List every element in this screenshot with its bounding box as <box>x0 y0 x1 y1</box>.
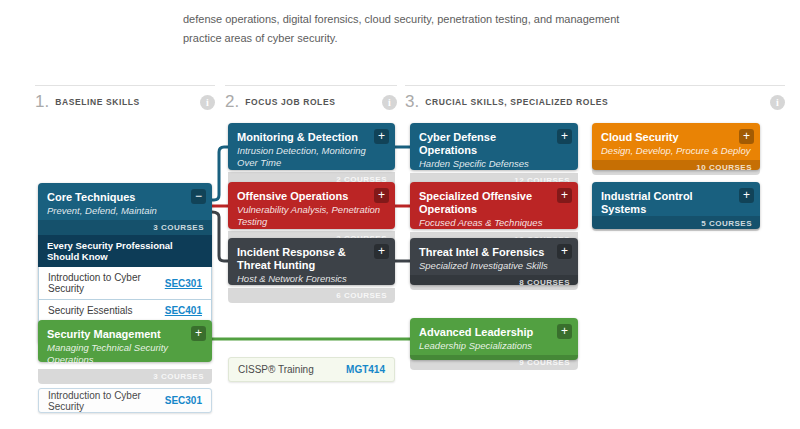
expand-icon[interactable]: + <box>557 324 572 339</box>
box-title: Industrial Control Systems <box>601 188 739 216</box>
box-title: Security Management <box>47 326 161 341</box>
box-subtitle: Design, Develop, Procure & Deploy <box>592 144 760 160</box>
box-subtitle: Intrusion Detection, Monitoring Over Tim… <box>228 144 395 172</box>
box-header: Core Techniques − <box>38 183 212 204</box>
box-advanced-leadership[interactable]: Advanced Leadership+ Leadership Speciali… <box>410 318 578 360</box>
course-code-link[interactable]: MGT414 <box>346 364 385 375</box>
box-offensive-operations[interactable]: Offensive Operations+ Vulnerability Anal… <box>228 182 395 229</box>
expand-icon[interactable]: + <box>374 188 389 203</box>
course-count-badge: 3 COURSES <box>38 369 212 384</box>
course-card-intro-cyber-security[interactable]: Introduction to Cyber Security SEC301 <box>38 388 212 413</box>
section-number: 2. <box>225 92 239 112</box>
course-name: CISSP® Training <box>238 364 314 375</box>
expand-icon[interactable]: + <box>374 129 389 144</box>
box-industrial-control-systems[interactable]: Industrial Control Systems+ 5 COURSES <box>592 182 760 229</box>
box-cloud-security[interactable]: Cloud Security+ Design, Develop, Procure… <box>592 123 760 170</box>
box-security-management[interactable]: Security Management+ Managing Technical … <box>38 320 212 362</box>
section-header-baseline-skills: 1. BASELINE SKILLS i <box>35 85 215 111</box>
box-incident-response[interactable]: Incident Response & Threat Hunting+ Host… <box>228 238 395 285</box>
box-title: Cyber Defense Operations <box>419 129 557 157</box>
box-title: Cloud Security <box>601 129 679 144</box>
box-subtitle: Harden Specific Defenses <box>410 157 578 173</box>
intro-text: defense operations, digital forensics, c… <box>183 10 633 47</box>
box-subtitle: Prevent, Defend, Maintain <box>38 204 212 220</box>
section-header-focus-job-roles: 2. FOCUS JOB ROLES i <box>225 85 397 111</box>
box-title: Specialized Offensive Operations <box>419 188 557 216</box>
banner-text: Every Security Professional Should Know <box>38 235 212 267</box>
course-count-badge: 10 COURSES <box>592 160 760 175</box>
collapse-icon[interactable]: − <box>191 189 206 204</box>
course-count-badge: 6 COURSES <box>228 288 395 303</box>
expand-icon[interactable]: + <box>557 188 572 203</box>
expand-icon[interactable]: + <box>739 188 754 203</box>
box-monitoring-detection[interactable]: Monitoring & Detection+ Intrusion Detect… <box>228 123 395 170</box>
section-label: FOCUS JOB ROLES <box>245 97 335 107</box>
box-title: Monitoring & Detection <box>237 129 358 144</box>
box-subtitle: Specialized Investigative Skills <box>410 259 578 275</box>
box-title: Offensive Operations <box>237 188 348 203</box>
section-number: 1. <box>35 92 49 112</box>
course-name: Introduction to Cyber Security <box>48 272 165 294</box>
course-code-link[interactable]: SEC301 <box>165 278 202 289</box>
box-title: Threat Intel & Forensics <box>419 244 544 259</box>
section-header-crucial-skills: 3. CRUCIAL SKILLS, SPECIALIZED ROLES i <box>405 85 785 111</box>
course-code-link[interactable]: SEC301 <box>165 395 202 406</box>
section-number: 3. <box>405 92 419 112</box>
curriculum-roadmap: defense operations, digital forensics, c… <box>0 0 800 429</box>
box-title: Core Techniques <box>47 189 135 204</box>
box-cyber-defense-operations[interactable]: Cyber Defense Operations+ Harden Specifi… <box>410 123 578 170</box>
course-name: Introduction to Cyber Security <box>48 390 165 412</box>
box-subtitle: Managing Technical Security Operations <box>38 341 212 369</box>
box-specialized-offensive-operations[interactable]: Specialized Offensive Operations+ Focuse… <box>410 182 578 229</box>
info-icon[interactable]: i <box>770 95 785 110</box>
info-icon[interactable]: i <box>200 95 215 110</box>
box-title: Advanced Leadership <box>419 324 533 339</box>
course-row[interactable]: Introduction to Cyber Security SEC301 <box>38 267 212 300</box>
course-count-badge: 5 COURSES <box>592 216 760 231</box>
box-title: Incident Response & Threat Hunting <box>237 244 374 272</box>
course-count-badge: 3 COURSES <box>38 220 212 235</box>
box-subtitle: Focused Areas & Techniques <box>410 216 578 232</box>
course-code-link[interactable]: SEC401 <box>165 305 202 316</box>
course-name: Security Essentials <box>48 305 132 316</box>
expand-icon[interactable]: + <box>191 326 206 341</box>
box-subtitle: Vulnerability Analysis, Penetration Test… <box>228 203 395 231</box>
expand-icon[interactable]: + <box>374 244 389 259</box>
course-card-cissp[interactable]: CISSP® Training MGT414 <box>228 357 395 382</box>
expand-icon[interactable]: + <box>739 129 754 144</box>
expand-icon[interactable]: + <box>557 244 572 259</box>
section-label: CRUCIAL SKILLS, SPECIALIZED ROLES <box>425 97 608 107</box>
section-label: BASELINE SKILLS <box>55 97 140 107</box>
box-subtitle: Host & Network Forensics <box>228 272 395 288</box>
expand-icon[interactable]: + <box>557 129 572 144</box>
box-threat-intel-forensics[interactable]: Threat Intel & Forensics+ Specialized In… <box>410 238 578 285</box>
course-count-badge: 9 COURSES <box>410 355 578 370</box>
course-row[interactable]: Security Essentials SEC401 <box>38 300 212 322</box>
box-subtitle: Leadership Specializations <box>410 339 578 355</box>
course-count-badge: 8 COURSES <box>410 275 578 290</box>
info-icon[interactable]: i <box>382 95 397 110</box>
